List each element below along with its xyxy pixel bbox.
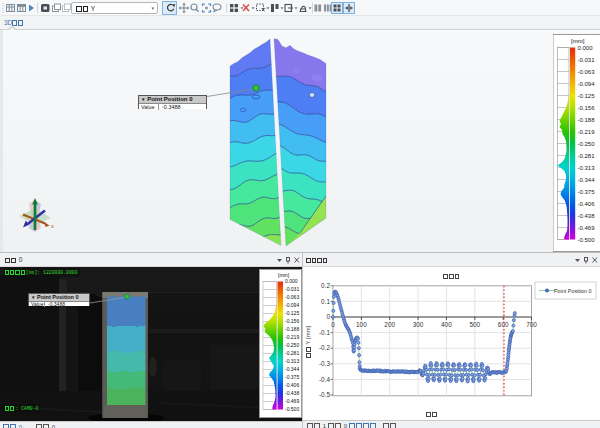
svg-text:-0.063: -0.063 bbox=[285, 294, 299, 300]
svg-text:-0.125: -0.125 bbox=[285, 310, 299, 316]
svg-text:-0.4: -0.4 bbox=[319, 376, 330, 383]
svg-text:400: 400 bbox=[441, 321, 452, 328]
svg-text:0.000: 0.000 bbox=[285, 278, 298, 284]
svg-text:[mm]: [mm] bbox=[278, 272, 290, 278]
svg-text:0.2: 0.2 bbox=[321, 282, 330, 289]
svg-text:-0.469: -0.469 bbox=[577, 225, 595, 231]
svg-text:-0.031: -0.031 bbox=[285, 286, 299, 292]
svg-text:-0.094: -0.094 bbox=[285, 302, 299, 308]
svg-text:500: 500 bbox=[469, 321, 480, 328]
svg-text:[mm]: [mm] bbox=[571, 38, 585, 44]
svg-text:0: 0 bbox=[326, 313, 330, 320]
svg-text:-0.156: -0.156 bbox=[577, 105, 595, 111]
svg-text:-0.500: -0.500 bbox=[577, 237, 595, 243]
svg-text:700: 700 bbox=[526, 321, 537, 328]
svg-text:-0.063: -0.063 bbox=[577, 69, 595, 75]
svg-text:0.1: 0.1 bbox=[321, 298, 330, 305]
svg-text:Point Position 0: Point Position 0 bbox=[554, 288, 591, 294]
svg-text:-0.250: -0.250 bbox=[577, 141, 595, 147]
svg-text:-0.500: -0.500 bbox=[285, 406, 299, 412]
svg-text:-0.219: -0.219 bbox=[285, 334, 299, 340]
svg-text:-0.2: -0.2 bbox=[319, 344, 330, 351]
svg-text:-0.094: -0.094 bbox=[577, 81, 595, 87]
svg-text:0: 0 bbox=[331, 321, 335, 328]
svg-text:-0.344: -0.344 bbox=[285, 366, 299, 372]
svg-text:-0.406: -0.406 bbox=[577, 201, 595, 207]
svg-text:-0.438: -0.438 bbox=[285, 390, 299, 396]
svg-text:-0.188: -0.188 bbox=[285, 326, 299, 332]
svg-text:x: x bbox=[51, 223, 54, 229]
svg-text:-0.3: -0.3 bbox=[319, 360, 330, 367]
svg-text:-0.406: -0.406 bbox=[285, 382, 299, 388]
svg-text:-0.125: -0.125 bbox=[577, 93, 595, 99]
svg-text:-0.250: -0.250 bbox=[285, 342, 299, 348]
svg-text:-0.219: -0.219 bbox=[577, 129, 595, 135]
svg-text:100: 100 bbox=[356, 321, 367, 328]
svg-text:0.000: 0.000 bbox=[577, 45, 593, 51]
svg-text:200: 200 bbox=[384, 321, 395, 328]
svg-text:-0.375: -0.375 bbox=[285, 374, 299, 380]
svg-text:-0.1: -0.1 bbox=[319, 329, 330, 336]
svg-text:300: 300 bbox=[413, 321, 424, 328]
svg-text:-0.469: -0.469 bbox=[285, 398, 299, 404]
svg-text:-0.156: -0.156 bbox=[285, 318, 299, 324]
svg-text:-0.281: -0.281 bbox=[285, 350, 299, 356]
svg-text:-0.313: -0.313 bbox=[285, 358, 299, 364]
svg-text:-0.5: -0.5 bbox=[319, 391, 330, 398]
svg-text:-0.188: -0.188 bbox=[577, 117, 595, 123]
svg-text:-0.313: -0.313 bbox=[577, 165, 595, 171]
svg-text:-0.375: -0.375 bbox=[577, 189, 595, 195]
svg-text:-0.344: -0.344 bbox=[577, 177, 595, 183]
svg-text:-0.438: -0.438 bbox=[577, 213, 595, 219]
svg-text:-0.281: -0.281 bbox=[577, 153, 595, 159]
svg-text:-0.031: -0.031 bbox=[577, 57, 595, 63]
